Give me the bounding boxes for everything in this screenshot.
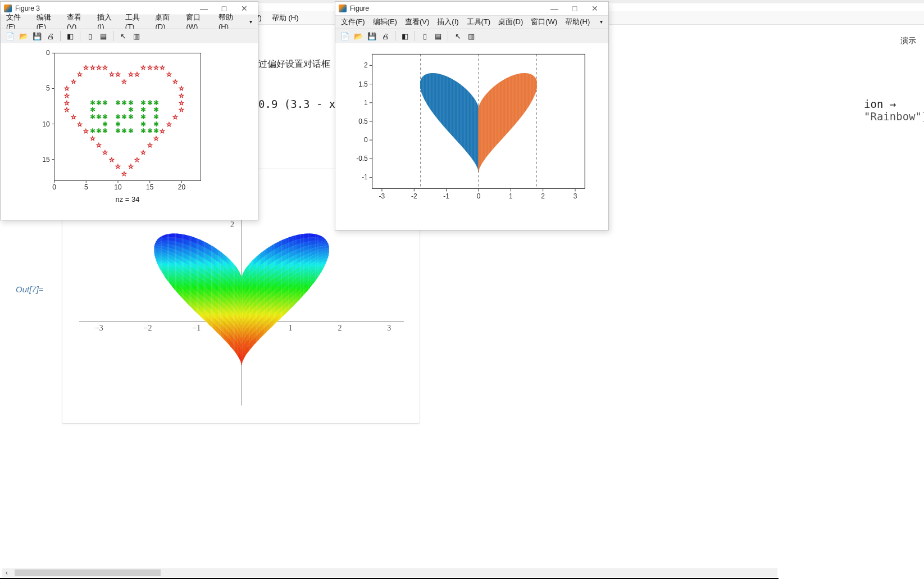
figure-menubar[interactable]: 文件(F) 编辑(E) 查看(V) 插入(I) 工具(T) 桌面(D) 窗口(W… [335,16,608,29]
matlab-app-icon [339,4,347,12]
svg-text:✱: ✱ [115,99,121,107]
svg-text:☆: ☆ [121,78,127,85]
svg-text:☆: ☆ [77,71,83,78]
dock-icon[interactable]: ◧ [65,31,75,41]
svg-text:☆: ☆ [96,64,102,71]
figure3-axes[interactable]: 05101520 051015 ☆☆☆☆☆☆☆☆☆☆☆☆☆☆☆☆☆☆☆☆☆☆☆☆… [1,43,258,220]
svg-text:1: 1 [364,99,368,107]
svg-text:3: 3 [573,193,577,201]
figure3-toolbar[interactable]: 📄 📂 💾 🖨 ◧ ▯ ▤ ↖ ▥ [1,29,258,43]
menu-overflow-icon[interactable]: ▾ [249,19,252,25]
figure-toolbar[interactable]: 📄 📂 💾 🖨 ◧ ▯ ▤ ↖ ▥ [335,29,608,44]
figure3-menubar[interactable]: 文件(F) 编辑(E) 查看(V) 插入(I) 工具(T) 桌面(D) 窗口(W… [1,15,258,29]
svg-text:1: 1 [289,324,293,332]
svg-text:✱: ✱ [102,127,108,135]
menu-insert[interactable]: 插入(I) [437,17,458,27]
maximize-icon[interactable]: □ [214,4,234,13]
menu-view[interactable]: 查看(V) [405,17,429,27]
svg-text:✱: ✱ [140,127,146,135]
svg-text:☆: ☆ [140,149,146,156]
open-icon[interactable]: 📂 [19,31,29,41]
code-frag-rainbow: "Rainbow" [864,110,922,123]
svg-text:-0.5: -0.5 [356,155,368,163]
out-label: Out[7]= [16,284,44,294]
matlab-figure3-window[interactable]: Figure 3 — □ ✕ 文件(F) 编辑(E) 查看(V) 插入(I) 工… [0,1,258,220]
svg-text:☆: ☆ [64,92,70,99]
print-icon[interactable]: 🖨 [380,31,390,41]
link-icon[interactable]: ▯ [420,31,430,41]
menu-window[interactable]: 窗口(W) [531,17,557,27]
insert-legend-icon[interactable]: ▤ [98,31,108,41]
svg-text:-2: -2 [411,193,417,201]
svg-text:☆: ☆ [166,121,172,128]
pointer-icon[interactable]: ↖ [453,31,463,41]
svg-text:☆: ☆ [64,107,70,114]
svg-text:0: 0 [46,49,50,57]
figure-axes[interactable]: -3-2-10123 -1-0.500.511.52 [335,43,608,230]
svg-text:2: 2 [230,220,234,229]
horizontal-scrollbar[interactable]: ‹ [2,568,777,577]
svg-text:5: 5 [84,184,88,192]
matlab-app-icon [4,4,12,12]
figure-titlebar[interactable]: Figure — □ ✕ [335,2,608,16]
svg-text:15: 15 [146,184,154,192]
print-icon[interactable]: 🖨 [45,31,56,41]
edit-plot-icon[interactable]: ▥ [131,31,142,41]
svg-text:✱: ✱ [121,99,127,107]
scroll-left-icon[interactable]: ‹ [2,568,11,577]
svg-text:−3: −3 [95,324,103,332]
minimize-icon[interactable]: — [544,4,565,13]
svg-text:✱: ✱ [128,127,134,135]
svg-text:☆: ☆ [64,85,70,92]
svg-text:☆: ☆ [90,135,95,142]
svg-text:☆: ☆ [147,142,153,149]
svg-text:2: 2 [541,193,545,201]
svg-text:✱: ✱ [96,127,102,135]
save-icon[interactable]: 💾 [367,31,377,41]
link-icon[interactable]: ▯ [85,31,95,41]
svg-text:0: 0 [477,193,481,201]
svg-text:0: 0 [364,136,368,144]
bg-menu-item[interactable]: 帮助 (H) [272,13,299,23]
save-icon[interactable]: 💾 [32,31,42,41]
figure3-title: Figure 3 [15,4,194,12]
pointer-icon[interactable]: ↖ [118,31,128,41]
svg-text:✱: ✱ [153,127,159,135]
svg-text:1.5: 1.5 [358,80,368,88]
open-icon[interactable]: 📂 [353,31,363,41]
svg-text:2: 2 [338,324,342,332]
menu-file[interactable]: 文件(F) [341,17,365,27]
scrollbar-thumb[interactable] [15,569,161,576]
new-icon[interactable]: 📄 [5,31,15,41]
menu-overflow-icon[interactable]: ▾ [600,19,603,25]
menu-edit[interactable]: 编辑(E) [373,17,397,27]
svg-text:✱: ✱ [121,113,127,121]
insert-legend-icon[interactable]: ▤ [433,31,443,41]
edit-plot-icon[interactable]: ▥ [466,31,476,41]
svg-text:☆: ☆ [96,142,102,149]
code-frag-tail: ], [922,110,924,123]
close-icon[interactable]: ✕ [585,4,605,13]
new-icon[interactable]: 📄 [340,31,350,41]
svg-text:☆: ☆ [172,114,178,120]
code-line[interactable]: 0.9 (3.3 - x^ ion → "Rainbow"], [258,98,342,110]
matlab-figure-window[interactable]: Figure — □ ✕ 文件(F) 编辑(E) 查看(V) 插入(I) 工具(… [335,1,609,230]
svg-text:☆: ☆ [179,99,184,106]
demo-label[interactable]: 演示 [900,36,916,46]
menu-desktop[interactable]: 桌面(D) [498,17,523,27]
svg-text:✱: ✱ [147,127,153,135]
minimize-icon[interactable]: — [194,4,214,13]
code-frag-left: 0.9 (3.3 - x^ [258,98,342,110]
svg-text:-1: -1 [443,193,449,201]
banner-text: 过偏好设置对话框 [258,58,330,70]
maximize-icon[interactable]: □ [565,4,585,13]
svg-text:☆: ☆ [83,64,89,71]
svg-text:10: 10 [42,120,50,128]
menu-tools[interactable]: 工具(T) [467,17,491,27]
dock-icon[interactable]: ◧ [400,31,410,41]
close-icon[interactable]: ✕ [234,4,254,13]
menu-help[interactable]: 帮助(H) [565,17,590,27]
svg-text:✱: ✱ [102,99,108,107]
svg-text:☆: ☆ [121,170,127,177]
svg-text:−2: −2 [144,324,152,332]
